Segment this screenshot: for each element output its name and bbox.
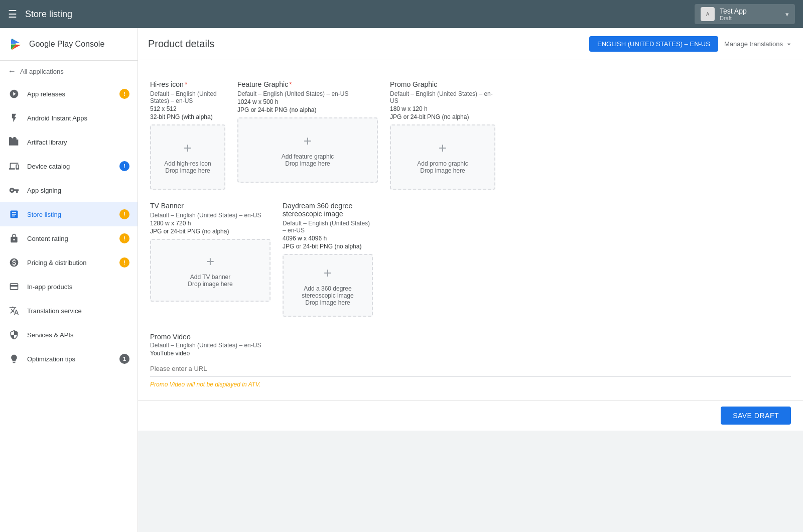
sidebar-item-in-app-products[interactable]: In-app products [0, 275, 138, 299]
promo-video-url-input[interactable] [150, 363, 791, 374]
feature-graphic-label: Feature Graphic* [237, 80, 378, 88]
tv-banner-info: TV Banner Default – English (United Stat… [150, 202, 271, 235]
app-signing-icon [8, 184, 20, 196]
sidebar-item-app-releases[interactable]: App releases ! [0, 82, 138, 106]
android-instant-apps-icon [8, 112, 20, 124]
sidebar-item-label: Content rating [27, 235, 119, 242]
sidebar-logo-text: Google Play Console [29, 40, 104, 49]
sidebar-item-app-signing[interactable]: App signing [0, 178, 138, 202]
tv-drop-text1: Add TV banner [190, 274, 231, 281]
hires-drop-text1: Add high-res icon [164, 160, 211, 167]
hires-icon-section: Hi-res icon* Default – English (United S… [150, 80, 225, 190]
back-to-all-apps[interactable]: ← All applications [0, 61, 138, 82]
main-content: Product details ENGLISH (UNITED STATES) … [138, 28, 803, 532]
feature-graphic-section: Feature Graphic* Default – English (Unit… [237, 80, 378, 190]
device-catalog-icon [8, 160, 20, 172]
tv-banner-format: JPG or 24-bit PNG (no alpha) [150, 228, 271, 235]
manage-translations-label: Manage translations [724, 40, 783, 48]
tv-banner-sub: Default – English (United States) – en-U… [150, 212, 271, 219]
daydream-drop-text3: Drop image here [305, 299, 350, 306]
tv-drop-text2: Drop image here [188, 281, 232, 288]
app-selector-chevron-icon: ▾ [785, 11, 789, 18]
hires-icon-sub: Default – English (United States) – en-U… [150, 90, 225, 104]
app-icon: A [701, 7, 715, 21]
sidebar-item-label: Translation service [27, 307, 129, 315]
daydream-label: Daydream 360 degree stereoscopic image [283, 202, 373, 218]
promo-graphic-info: Promo Graphic Default – English (United … [390, 80, 495, 120]
sidebar-item-pricing-distribution[interactable]: Pricing & distribution ! [0, 250, 138, 275]
sidebar-item-services-apis[interactable]: Services & APIs [0, 323, 138, 347]
promo-video-sub: Default – English (United States) – en-U… [150, 342, 791, 349]
hires-icon-info: Hi-res icon* Default – English (United S… [150, 80, 225, 120]
hires-icon-spec: 512 x 512 [150, 105, 225, 112]
sidebar-item-device-catalog[interactable]: Device catalog ! [0, 154, 138, 178]
daydream-drop-text1: Add a 360 degree [304, 285, 351, 292]
product-content: Hi-res icon* Default – English (United S… [138, 60, 803, 400]
promo-video-section: Promo Video Default – English (United St… [150, 333, 791, 388]
hires-icon-format: 32-bit PNG (with alpha) [150, 113, 225, 120]
optimization-badge: 1 [119, 354, 129, 364]
product-details-header: Product details ENGLISH (UNITED STATES) … [138, 28, 803, 60]
promo-drop-plus-icon: + [439, 140, 447, 156]
daydream-drop[interactable]: + Add a 360 degree stereoscopic image Dr… [283, 254, 373, 317]
feature-graphic-sub: Default – English (United States) – en-U… [237, 90, 378, 97]
sidebar-item-label: Device catalog [27, 163, 119, 170]
hamburger-icon[interactable]: ☰ [8, 8, 17, 20]
sidebar-item-label: Store listing [27, 211, 119, 218]
sidebar-item-label: Android Instant Apps [27, 114, 129, 122]
feature-graphic-format: JPG or 24-bit PNG (no alpha) [237, 106, 378, 113]
sidebar-item-artifact-library[interactable]: Artifact library [0, 130, 138, 154]
back-label: All applications [20, 68, 64, 75]
promo-graphic-spec: 180 w x 120 h [390, 105, 495, 112]
hires-icon-drop[interactable]: + Add high-res icon Drop image here [150, 124, 225, 190]
sidebar-item-translation-service[interactable]: Translation service [0, 299, 138, 323]
promo-graphic-label: Promo Graphic [390, 80, 495, 88]
hires-icon-label: Hi-res icon* [150, 80, 225, 88]
sidebar-item-store-listing[interactable]: Store listing ! [0, 202, 138, 226]
content-rating-icon [8, 232, 20, 244]
daydream-drop-plus-icon: + [324, 265, 332, 281]
promo-drop-text2: Drop image here [420, 167, 465, 174]
sidebar-item-label: App releases [27, 90, 119, 98]
tv-banner-drop[interactable]: + Add TV banner Drop image here [150, 239, 271, 302]
sidebar-item-android-instant-apps[interactable]: Android Instant Apps [0, 106, 138, 130]
app-info: Test App Draft [720, 7, 781, 21]
translation-icon [8, 305, 20, 317]
footer: SAVE DRAFT [138, 400, 803, 431]
feature-graphic-spec: 1024 w x 500 h [237, 98, 378, 105]
save-draft-button[interactable]: SAVE DRAFT [721, 407, 791, 425]
daydream-section: Daydream 360 degree stereoscopic image D… [283, 202, 373, 317]
app-releases-badge: ! [119, 89, 129, 99]
sidebar-item-label: App signing [27, 187, 129, 194]
promo-graphic-drop[interactable]: + Add promo graphic Drop image here [390, 124, 495, 190]
feature-graphic-drop[interactable]: + Add feature graphic Drop image here [237, 117, 378, 183]
topbar-title: Store listing [25, 9, 72, 20]
required-star: * [289, 80, 292, 88]
app-selector[interactable]: A Test App Draft ▾ [695, 4, 795, 24]
sidebar-item-label: Services & APIs [27, 331, 129, 339]
feature-drop-plus-icon: + [304, 133, 312, 149]
pricing-icon [8, 256, 20, 269]
promo-video-warning: Promo Video will not be displayed in ATV… [150, 381, 791, 388]
promo-video-type: YouTube video [150, 350, 791, 357]
tv-drop-plus-icon: + [206, 253, 214, 270]
daydream-drop-text2: stereoscopic image [302, 292, 353, 299]
sidebar-item-label: Pricing & distribution [27, 259, 119, 267]
feature-drop-text2: Drop image here [285, 160, 330, 167]
services-icon [8, 329, 20, 341]
store-listing-icon [8, 208, 20, 220]
manage-translations[interactable]: Manage translations [724, 40, 793, 48]
product-details-title: Product details [148, 38, 589, 50]
device-catalog-badge: ! [119, 161, 129, 171]
promo-graphic-section: Promo Graphic Default – English (United … [390, 80, 495, 190]
promo-video-label: Promo Video [150, 333, 791, 341]
sidebar-item-optimization-tips[interactable]: Optimization tips 1 [0, 347, 138, 371]
promo-graphic-format: JPG or 24-bit PNG (no alpha) [390, 113, 495, 120]
language-button[interactable]: ENGLISH (UNITED STATES) – EN-US [589, 36, 718, 52]
sidebar-item-content-rating[interactable]: Content rating ! [0, 226, 138, 250]
google-play-logo-icon [8, 36, 24, 52]
tv-banner-label: TV Banner [150, 202, 271, 210]
pricing-badge: ! [119, 257, 129, 268]
hires-drop-text2: Drop image here [165, 167, 210, 174]
layout: Google Play Console ← All applications A… [0, 28, 803, 532]
